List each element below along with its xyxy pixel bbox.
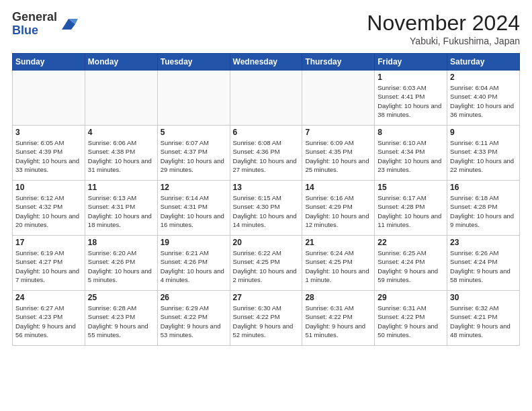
day-info: Sunrise: 6:12 AMSunset: 4:32 PMDaylight:…	[15, 193, 82, 229]
day-number: 21	[305, 238, 371, 247]
calendar-cell: 21Sunrise: 6:24 AMSunset: 4:25 PMDayligh…	[302, 236, 375, 291]
calendar-cell: 7Sunrise: 6:09 AMSunset: 4:35 PMDaylight…	[302, 126, 375, 181]
calendar-cell: 13Sunrise: 6:15 AMSunset: 4:30 PMDayligh…	[230, 181, 302, 236]
calendar-cell: 16Sunrise: 6:18 AMSunset: 4:28 PMDayligh…	[447, 181, 520, 236]
calendar-cell: 30Sunrise: 6:32 AMSunset: 4:21 PMDayligh…	[447, 291, 520, 346]
calendar-cell: 29Sunrise: 6:31 AMSunset: 4:22 PMDayligh…	[375, 291, 447, 346]
calendar-cell: 14Sunrise: 6:16 AMSunset: 4:29 PMDayligh…	[302, 181, 375, 236]
day-number: 13	[233, 183, 300, 192]
day-info: Sunrise: 6:08 AMSunset: 4:36 PMDaylight:…	[233, 138, 300, 174]
day-info: Sunrise: 6:18 AMSunset: 4:28 PMDaylight:…	[450, 193, 517, 229]
day-info: Sunrise: 6:04 AMSunset: 4:40 PMDaylight:…	[450, 83, 517, 119]
day-number: 14	[305, 183, 371, 192]
day-info: Sunrise: 6:07 AMSunset: 4:37 PMDaylight:…	[161, 138, 227, 174]
day-info: Sunrise: 6:28 AMSunset: 4:23 PMDaylight:…	[88, 304, 154, 339]
day-info: Sunrise: 6:19 AMSunset: 4:27 PMDaylight:…	[15, 248, 82, 284]
day-number: 5	[161, 128, 227, 137]
calendar-week-0: 1Sunrise: 6:03 AMSunset: 4:41 PMDaylight…	[13, 71, 520, 126]
calendar-cell: 24Sunrise: 6:27 AMSunset: 4:23 PMDayligh…	[13, 291, 85, 346]
day-info: Sunrise: 6:25 AMSunset: 4:24 PMDaylight:…	[378, 248, 444, 284]
col-thursday: Thursday	[302, 54, 375, 71]
calendar-cell	[302, 71, 375, 126]
day-info: Sunrise: 6:06 AMSunset: 4:38 PMDaylight:…	[88, 138, 154, 174]
calendar-cell: 1Sunrise: 6:03 AMSunset: 4:41 PMDaylight…	[375, 71, 447, 126]
title-area: November 2024 Yabuki, Fukushima, Japan	[367, 11, 520, 46]
col-monday: Monday	[85, 54, 157, 71]
col-sunday: Sunday	[13, 54, 85, 71]
calendar-cell: 28Sunrise: 6:31 AMSunset: 4:22 PMDayligh…	[302, 291, 375, 346]
calendar-cell: 27Sunrise: 6:30 AMSunset: 4:22 PMDayligh…	[230, 291, 302, 346]
calendar-cell: 17Sunrise: 6:19 AMSunset: 4:27 PMDayligh…	[13, 236, 85, 291]
day-number: 8	[378, 128, 444, 137]
calendar-cell: 23Sunrise: 6:26 AMSunset: 4:24 PMDayligh…	[447, 236, 520, 291]
calendar-cell	[157, 71, 230, 126]
day-info: Sunrise: 6:26 AMSunset: 4:24 PMDaylight:…	[450, 248, 517, 284]
calendar-week-2: 10Sunrise: 6:12 AMSunset: 4:32 PMDayligh…	[13, 181, 520, 236]
calendar-cell: 5Sunrise: 6:07 AMSunset: 4:37 PMDaylight…	[157, 126, 230, 181]
header: General Blue November 2024 Yabuki, Fukus…	[12, 11, 520, 46]
day-info: Sunrise: 6:31 AMSunset: 4:22 PMDaylight:…	[378, 304, 444, 339]
calendar-week-3: 17Sunrise: 6:19 AMSunset: 4:27 PMDayligh…	[13, 236, 520, 291]
calendar-cell: 11Sunrise: 6:13 AMSunset: 4:31 PMDayligh…	[85, 181, 157, 236]
day-info: Sunrise: 6:31 AMSunset: 4:22 PMDaylight:…	[305, 304, 371, 339]
day-number: 20	[233, 238, 300, 247]
day-info: Sunrise: 6:13 AMSunset: 4:31 PMDaylight:…	[88, 193, 154, 229]
day-info: Sunrise: 6:22 AMSunset: 4:25 PMDaylight:…	[233, 248, 300, 284]
day-info: Sunrise: 6:09 AMSunset: 4:35 PMDaylight:…	[305, 138, 371, 174]
day-number: 4	[88, 128, 154, 137]
calendar-cell: 9Sunrise: 6:11 AMSunset: 4:33 PMDaylight…	[447, 126, 520, 181]
logo-general: General	[12, 11, 57, 24]
calendar-cell: 6Sunrise: 6:08 AMSunset: 4:36 PMDaylight…	[230, 126, 302, 181]
calendar-week-4: 24Sunrise: 6:27 AMSunset: 4:23 PMDayligh…	[13, 291, 520, 346]
calendar-cell: 4Sunrise: 6:06 AMSunset: 4:38 PMDaylight…	[85, 126, 157, 181]
day-number: 16	[450, 183, 517, 192]
day-info: Sunrise: 6:21 AMSunset: 4:26 PMDaylight:…	[161, 248, 227, 284]
col-tuesday: Tuesday	[157, 54, 230, 71]
calendar-cell: 10Sunrise: 6:12 AMSunset: 4:32 PMDayligh…	[13, 181, 85, 236]
col-wednesday: Wednesday	[230, 54, 302, 71]
day-info: Sunrise: 6:11 AMSunset: 4:33 PMDaylight:…	[450, 138, 517, 174]
day-number: 7	[305, 128, 371, 137]
day-number: 29	[378, 293, 444, 302]
day-number: 10	[15, 183, 82, 192]
day-number: 3	[15, 128, 82, 137]
calendar-cell: 2Sunrise: 6:04 AMSunset: 4:40 PMDaylight…	[447, 71, 520, 126]
calendar-week-1: 3Sunrise: 6:05 AMSunset: 4:39 PMDaylight…	[13, 126, 520, 181]
logo: General Blue	[12, 11, 78, 38]
day-number: 28	[305, 293, 371, 302]
calendar-cell: 8Sunrise: 6:10 AMSunset: 4:34 PMDaylight…	[375, 126, 447, 181]
day-number: 19	[161, 238, 227, 247]
day-number: 12	[161, 183, 227, 192]
day-number: 9	[450, 128, 517, 137]
day-number: 15	[378, 183, 444, 192]
col-friday: Friday	[375, 54, 447, 71]
day-info: Sunrise: 6:05 AMSunset: 4:39 PMDaylight:…	[15, 138, 82, 174]
calendar-cell: 20Sunrise: 6:22 AMSunset: 4:25 PMDayligh…	[230, 236, 302, 291]
calendar-cell: 15Sunrise: 6:17 AMSunset: 4:28 PMDayligh…	[375, 181, 447, 236]
calendar-cell: 19Sunrise: 6:21 AMSunset: 4:26 PMDayligh…	[157, 236, 230, 291]
day-info: Sunrise: 6:10 AMSunset: 4:34 PMDaylight:…	[378, 138, 444, 174]
calendar-cell	[85, 71, 157, 126]
col-saturday: Saturday	[447, 54, 520, 71]
day-info: Sunrise: 6:03 AMSunset: 4:41 PMDaylight:…	[378, 83, 444, 119]
day-number: 18	[88, 238, 154, 247]
day-number: 24	[15, 293, 82, 302]
day-number: 27	[233, 293, 300, 302]
day-number: 22	[378, 238, 444, 247]
day-info: Sunrise: 6:32 AMSunset: 4:21 PMDaylight:…	[450, 304, 517, 339]
day-info: Sunrise: 6:30 AMSunset: 4:22 PMDaylight:…	[233, 304, 300, 339]
calendar: Sunday Monday Tuesday Wednesday Thursday…	[12, 53, 520, 346]
day-number: 23	[450, 238, 517, 247]
calendar-cell: 3Sunrise: 6:05 AMSunset: 4:39 PMDaylight…	[13, 126, 85, 181]
day-info: Sunrise: 6:27 AMSunset: 4:23 PMDaylight:…	[15, 304, 82, 339]
calendar-cell	[13, 71, 85, 126]
calendar-cell: 18Sunrise: 6:20 AMSunset: 4:26 PMDayligh…	[85, 236, 157, 291]
day-number: 26	[161, 293, 227, 302]
day-info: Sunrise: 6:20 AMSunset: 4:26 PMDaylight:…	[88, 248, 154, 284]
day-number: 6	[233, 128, 300, 137]
day-number: 1	[378, 73, 444, 82]
day-info: Sunrise: 6:29 AMSunset: 4:22 PMDaylight:…	[161, 304, 227, 339]
calendar-header-row: Sunday Monday Tuesday Wednesday Thursday…	[13, 54, 520, 71]
calendar-cell	[230, 71, 302, 126]
day-info: Sunrise: 6:17 AMSunset: 4:28 PMDaylight:…	[378, 193, 444, 229]
